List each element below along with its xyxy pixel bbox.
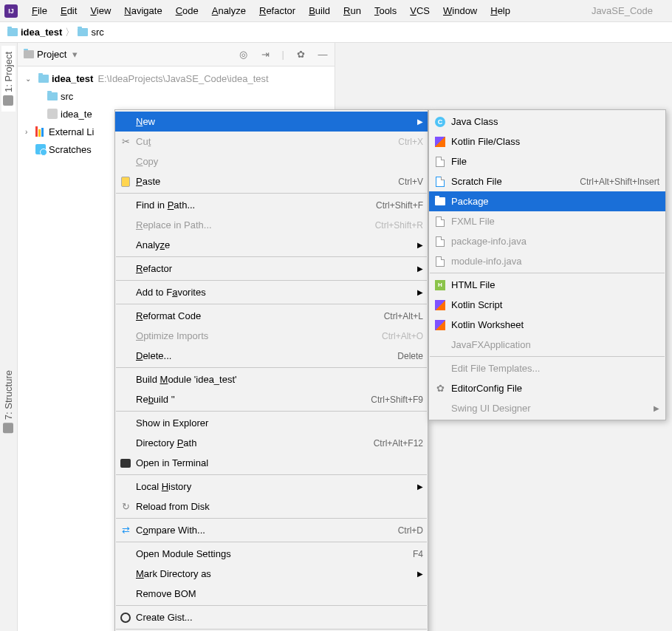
chevron-right-icon[interactable]: ›	[25, 128, 35, 136]
context-item[interactable]: Find in Path...Ctrl+Shift+F	[115, 195, 428, 215]
structure-icon	[4, 423, 14, 433]
submenu-item-label: File	[451, 156, 467, 167]
chevron-down-icon[interactable]: ⌄	[25, 75, 35, 83]
menu-help[interactable]: Help	[484, 2, 517, 19]
side-tab-project[interactable]: 1: Project	[1, 46, 16, 112]
panel-title[interactable]: Project ▾	[24, 49, 78, 60]
tree-root[interactable]: ⌄ idea_test E:\IdeaProjects\JavaSE_Code\…	[18, 69, 335, 87]
submenu-item[interactable]: Package	[429, 191, 665, 211]
kt-icon	[434, 319, 446, 331]
chevron-right-icon: ▶	[417, 265, 423, 273]
context-item[interactable]: Reformat CodeCtrl+Alt+L	[115, 306, 428, 326]
context-item[interactable]: ↻Reload from Disk	[115, 497, 428, 516]
context-item-label: Add to Favorites	[136, 287, 206, 298]
context-item[interactable]: Show in Explorer	[115, 413, 428, 433]
context-item[interactable]: Remove BOM	[115, 584, 428, 604]
chevron-right-icon: ▶	[417, 117, 423, 126]
context-item-label: Cut	[136, 136, 151, 147]
breadcrumb-root[interactable]: idea_test	[7, 27, 62, 38]
submenu-item[interactable]: Kotlin Worksheet	[429, 315, 665, 335]
tree-node-label: src	[61, 91, 73, 102]
menu-run[interactable]: Run	[337, 2, 368, 19]
context-item[interactable]: Open Module SettingsF4	[115, 544, 428, 564]
context-item-label: Local History	[136, 481, 191, 492]
submenu-item[interactable]: CJava Class	[429, 112, 665, 132]
context-item[interactable]: Add to Favorites▶	[115, 282, 428, 302]
menu-edit[interactable]: Edit	[54, 2, 83, 19]
scratches-icon	[35, 144, 46, 154]
submenu-item[interactable]: File	[429, 151, 665, 171]
menu-analyze[interactable]: Analyze	[205, 2, 253, 19]
context-item-label: Open Module Settings	[136, 548, 231, 559]
menu-vcs[interactable]: VCS	[403, 2, 436, 19]
minimize-icon[interactable]: —	[317, 49, 329, 61]
context-item[interactable]: ⇄Compare With...Ctrl+D	[115, 520, 428, 540]
menu-view[interactable]: View	[83, 2, 117, 19]
submenu-item-label: Kotlin Worksheet	[451, 319, 524, 330]
menu-refactor[interactable]: Refactor	[253, 2, 302, 19]
menu-file[interactable]: File	[25, 2, 54, 19]
libraries-icon	[35, 126, 46, 137]
context-item[interactable]: PasteCtrl+V	[115, 171, 428, 191]
context-item-label: Rebuild ''	[136, 394, 175, 405]
gh-icon	[120, 612, 131, 624]
submenu-item[interactable]: Kotlin Script	[429, 295, 665, 315]
side-tabs: 1: Project 7: Structure	[0, 43, 18, 631]
context-item-label: Directory Path	[136, 437, 196, 448]
menu-build[interactable]: Build	[302, 2, 337, 19]
submenu-item-label: Java Class	[451, 116, 498, 127]
submenu-item[interactable]: Scratch FileCtrl+Alt+Shift+Insert	[429, 171, 665, 191]
context-item[interactable]: New▶	[115, 112, 428, 132]
term-icon	[120, 457, 131, 469]
shortcut: Delete	[397, 351, 423, 361]
reload-icon: ↻	[120, 501, 131, 513]
tree-root-label: idea_test	[52, 73, 93, 84]
paste-icon	[120, 176, 131, 188]
context-item-label: Replace in Path...	[136, 219, 212, 231]
target-icon[interactable]: ◎	[238, 49, 250, 61]
shortcut: Ctrl+Alt+L	[384, 311, 423, 321]
context-item[interactable]: Refactor▶	[115, 259, 428, 279]
file-icon	[434, 236, 446, 248]
context-item[interactable]: Delete...Delete	[115, 346, 428, 366]
submenu-item[interactable]: HHTML File	[429, 275, 665, 295]
gear-icon: ✿	[434, 383, 446, 395]
chevron-right-icon: 〉	[65, 26, 75, 39]
submenu-item[interactable]: Kotlin File/Class	[429, 132, 665, 151]
menu-tools[interactable]: Tools	[368, 2, 403, 19]
folder-icon	[47, 92, 58, 100]
submenu-item-label: package-info.java	[451, 236, 527, 247]
breadcrumb-child[interactable]: src	[78, 27, 103, 38]
menu-code[interactable]: Code	[169, 2, 205, 19]
menu-window[interactable]: Window	[436, 2, 484, 19]
context-item: Replace in Path...Ctrl+Shift+R	[115, 215, 428, 235]
shortcut: Ctrl+D	[398, 525, 423, 536]
context-item[interactable]: Open in Terminal	[115, 453, 428, 473]
tree-node-label: External Li	[49, 126, 94, 137]
compare-icon: ⇄	[120, 525, 131, 536]
submenu-item-label: HTML File	[451, 279, 495, 290]
chevron-right-icon: ▶	[417, 570, 423, 578]
submenu-item: package-info.java	[429, 231, 665, 251]
context-item[interactable]: Build Module 'idea_test'	[115, 369, 428, 389]
shortcut: Ctrl+Shift+R	[375, 220, 423, 231]
context-item[interactable]: Create Gist...	[115, 607, 428, 627]
gear-icon[interactable]: ✿	[295, 49, 306, 61]
app-logo-icon: IJ	[4, 4, 18, 18]
context-item[interactable]: Rebuild ''Ctrl+Shift+F9	[115, 389, 428, 409]
submenu-item[interactable]: ✿EditorConfig File	[429, 378, 665, 398]
scratch-icon	[434, 176, 446, 188]
folder-icon	[78, 28, 88, 36]
context-item[interactable]: Analyze▶	[115, 235, 428, 255]
submenu-item-label: Kotlin Script	[451, 299, 502, 310]
submenu-item-label: Kotlin File/Class	[451, 136, 520, 147]
tree-src[interactable]: src	[18, 87, 335, 105]
submenu-item: module-info.java	[429, 251, 665, 271]
chevron-right-icon: ▶	[417, 241, 423, 249]
collapse-icon[interactable]: ⇥	[260, 49, 272, 61]
context-item[interactable]: Local History▶	[115, 477, 428, 497]
menu-navigate[interactable]: Navigate	[117, 2, 168, 19]
context-item[interactable]: Mark Directory as▶	[115, 564, 428, 584]
context-item[interactable]: Directory PathCtrl+Alt+F12	[115, 433, 428, 453]
side-tab-structure[interactable]: 7: Structure	[1, 364, 16, 439]
